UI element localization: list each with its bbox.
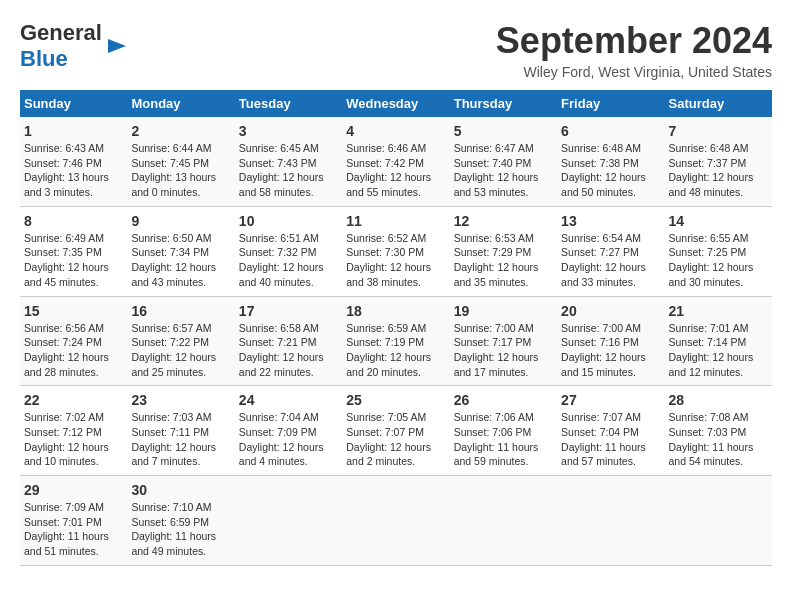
day-number: 21	[669, 303, 768, 319]
day-info: Sunrise: 7:04 AM Sunset: 7:09 PM Dayligh…	[239, 410, 338, 469]
table-cell: 29Sunrise: 7:09 AM Sunset: 7:01 PM Dayli…	[20, 476, 127, 566]
day-info: Sunrise: 7:05 AM Sunset: 7:07 PM Dayligh…	[346, 410, 445, 469]
day-info: Sunrise: 6:48 AM Sunset: 7:37 PM Dayligh…	[669, 141, 768, 200]
day-number: 28	[669, 392, 768, 408]
week-row-5: 29Sunrise: 7:09 AM Sunset: 7:01 PM Dayli…	[20, 476, 772, 566]
day-number: 26	[454, 392, 553, 408]
table-cell: 9Sunrise: 6:50 AM Sunset: 7:34 PM Daylig…	[127, 206, 234, 296]
day-info: Sunrise: 7:01 AM Sunset: 7:14 PM Dayligh…	[669, 321, 768, 380]
day-number: 7	[669, 123, 768, 139]
day-number: 4	[346, 123, 445, 139]
table-cell: 30Sunrise: 7:10 AM Sunset: 6:59 PM Dayli…	[127, 476, 234, 566]
table-cell: 2Sunrise: 6:44 AM Sunset: 7:45 PM Daylig…	[127, 117, 234, 206]
table-cell: 13Sunrise: 6:54 AM Sunset: 7:27 PM Dayli…	[557, 206, 664, 296]
table-cell: 24Sunrise: 7:04 AM Sunset: 7:09 PM Dayli…	[235, 386, 342, 476]
week-row-2: 8Sunrise: 6:49 AM Sunset: 7:35 PM Daylig…	[20, 206, 772, 296]
day-info: Sunrise: 6:43 AM Sunset: 7:46 PM Dayligh…	[24, 141, 123, 200]
day-info: Sunrise: 6:47 AM Sunset: 7:40 PM Dayligh…	[454, 141, 553, 200]
col-header-wednesday: Wednesday	[342, 90, 449, 117]
day-number: 17	[239, 303, 338, 319]
day-number: 13	[561, 213, 660, 229]
day-info: Sunrise: 6:48 AM Sunset: 7:38 PM Dayligh…	[561, 141, 660, 200]
table-cell: 14Sunrise: 6:55 AM Sunset: 7:25 PM Dayli…	[665, 206, 772, 296]
week-row-4: 22Sunrise: 7:02 AM Sunset: 7:12 PM Dayli…	[20, 386, 772, 476]
day-number: 14	[669, 213, 768, 229]
table-cell: 11Sunrise: 6:52 AM Sunset: 7:30 PM Dayli…	[342, 206, 449, 296]
day-number: 20	[561, 303, 660, 319]
table-cell: 23Sunrise: 7:03 AM Sunset: 7:11 PM Dayli…	[127, 386, 234, 476]
day-number: 10	[239, 213, 338, 229]
day-info: Sunrise: 6:55 AM Sunset: 7:25 PM Dayligh…	[669, 231, 768, 290]
day-number: 12	[454, 213, 553, 229]
table-cell: 21Sunrise: 7:01 AM Sunset: 7:14 PM Dayli…	[665, 296, 772, 386]
day-info: Sunrise: 6:46 AM Sunset: 7:42 PM Dayligh…	[346, 141, 445, 200]
col-header-thursday: Thursday	[450, 90, 557, 117]
table-cell: 17Sunrise: 6:58 AM Sunset: 7:21 PM Dayli…	[235, 296, 342, 386]
table-cell: 6Sunrise: 6:48 AM Sunset: 7:38 PM Daylig…	[557, 117, 664, 206]
table-cell: 10Sunrise: 6:51 AM Sunset: 7:32 PM Dayli…	[235, 206, 342, 296]
table-cell	[450, 476, 557, 566]
week-row-3: 15Sunrise: 6:56 AM Sunset: 7:24 PM Dayli…	[20, 296, 772, 386]
day-info: Sunrise: 7:03 AM Sunset: 7:11 PM Dayligh…	[131, 410, 230, 469]
logo-icon	[104, 35, 128, 57]
calendar-header: SundayMondayTuesdayWednesdayThursdayFrid…	[20, 90, 772, 117]
day-info: Sunrise: 6:51 AM Sunset: 7:32 PM Dayligh…	[239, 231, 338, 290]
week-row-1: 1Sunrise: 6:43 AM Sunset: 7:46 PM Daylig…	[20, 117, 772, 206]
day-info: Sunrise: 7:02 AM Sunset: 7:12 PM Dayligh…	[24, 410, 123, 469]
day-info: Sunrise: 6:45 AM Sunset: 7:43 PM Dayligh…	[239, 141, 338, 200]
table-cell: 7Sunrise: 6:48 AM Sunset: 7:37 PM Daylig…	[665, 117, 772, 206]
page-header: General Blue September 2024 Wiley Ford, …	[20, 20, 772, 80]
logo: General Blue	[20, 20, 128, 72]
day-info: Sunrise: 7:06 AM Sunset: 7:06 PM Dayligh…	[454, 410, 553, 469]
table-cell: 18Sunrise: 6:59 AM Sunset: 7:19 PM Dayli…	[342, 296, 449, 386]
table-cell: 3Sunrise: 6:45 AM Sunset: 7:43 PM Daylig…	[235, 117, 342, 206]
table-cell	[342, 476, 449, 566]
table-cell	[235, 476, 342, 566]
calendar-body: 1Sunrise: 6:43 AM Sunset: 7:46 PM Daylig…	[20, 117, 772, 565]
day-info: Sunrise: 6:54 AM Sunset: 7:27 PM Dayligh…	[561, 231, 660, 290]
logo-general: General	[20, 20, 102, 46]
table-cell: 26Sunrise: 7:06 AM Sunset: 7:06 PM Dayli…	[450, 386, 557, 476]
day-info: Sunrise: 7:09 AM Sunset: 7:01 PM Dayligh…	[24, 500, 123, 559]
col-header-sunday: Sunday	[20, 90, 127, 117]
day-number: 2	[131, 123, 230, 139]
day-info: Sunrise: 6:56 AM Sunset: 7:24 PM Dayligh…	[24, 321, 123, 380]
day-number: 30	[131, 482, 230, 498]
day-number: 25	[346, 392, 445, 408]
col-header-monday: Monday	[127, 90, 234, 117]
table-cell: 8Sunrise: 6:49 AM Sunset: 7:35 PM Daylig…	[20, 206, 127, 296]
calendar-subtitle: Wiley Ford, West Virginia, United States	[496, 64, 772, 80]
table-cell: 28Sunrise: 7:08 AM Sunset: 7:03 PM Dayli…	[665, 386, 772, 476]
day-number: 11	[346, 213, 445, 229]
day-number: 29	[24, 482, 123, 498]
day-info: Sunrise: 7:10 AM Sunset: 6:59 PM Dayligh…	[131, 500, 230, 559]
day-info: Sunrise: 7:08 AM Sunset: 7:03 PM Dayligh…	[669, 410, 768, 469]
day-number: 16	[131, 303, 230, 319]
table-cell: 20Sunrise: 7:00 AM Sunset: 7:16 PM Dayli…	[557, 296, 664, 386]
col-header-tuesday: Tuesday	[235, 90, 342, 117]
day-number: 18	[346, 303, 445, 319]
col-header-friday: Friday	[557, 90, 664, 117]
calendar-table: SundayMondayTuesdayWednesdayThursdayFrid…	[20, 90, 772, 566]
table-cell: 22Sunrise: 7:02 AM Sunset: 7:12 PM Dayli…	[20, 386, 127, 476]
day-info: Sunrise: 7:00 AM Sunset: 7:17 PM Dayligh…	[454, 321, 553, 380]
day-info: Sunrise: 7:00 AM Sunset: 7:16 PM Dayligh…	[561, 321, 660, 380]
day-number: 22	[24, 392, 123, 408]
day-info: Sunrise: 6:50 AM Sunset: 7:34 PM Dayligh…	[131, 231, 230, 290]
svg-marker-0	[108, 39, 126, 53]
table-cell: 1Sunrise: 6:43 AM Sunset: 7:46 PM Daylig…	[20, 117, 127, 206]
day-info: Sunrise: 6:52 AM Sunset: 7:30 PM Dayligh…	[346, 231, 445, 290]
day-number: 5	[454, 123, 553, 139]
logo-blue: Blue	[20, 46, 102, 72]
day-info: Sunrise: 6:53 AM Sunset: 7:29 PM Dayligh…	[454, 231, 553, 290]
day-info: Sunrise: 6:44 AM Sunset: 7:45 PM Dayligh…	[131, 141, 230, 200]
day-info: Sunrise: 6:58 AM Sunset: 7:21 PM Dayligh…	[239, 321, 338, 380]
col-header-saturday: Saturday	[665, 90, 772, 117]
day-number: 27	[561, 392, 660, 408]
day-number: 15	[24, 303, 123, 319]
day-number: 6	[561, 123, 660, 139]
table-cell: 16Sunrise: 6:57 AM Sunset: 7:22 PM Dayli…	[127, 296, 234, 386]
day-number: 3	[239, 123, 338, 139]
table-cell	[665, 476, 772, 566]
day-number: 1	[24, 123, 123, 139]
